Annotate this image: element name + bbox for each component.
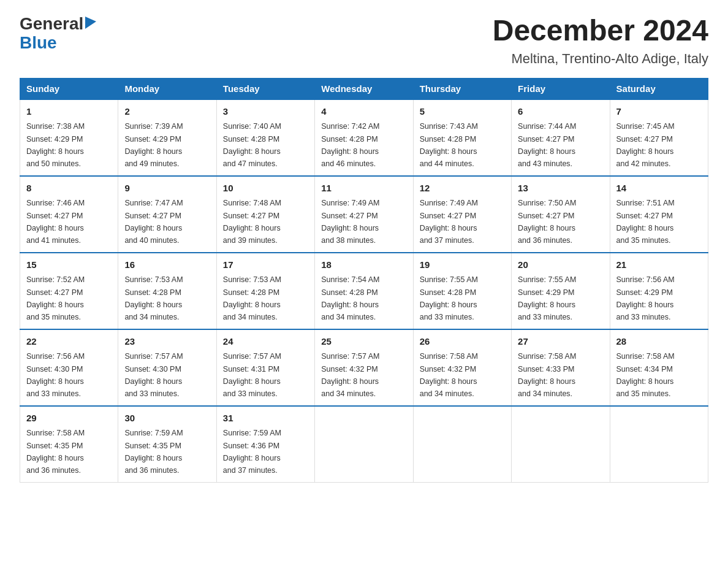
day-number: 9 [124,182,210,196]
calendar-cell: 1 Sunrise: 7:38 AMSunset: 4:29 PMDayligh… [20,99,118,176]
day-number: 8 [26,182,112,196]
day-info: Sunrise: 7:45 AMSunset: 4:27 PMDaylight:… [616,122,675,168]
day-info: Sunrise: 7:54 AMSunset: 4:28 PMDaylight:… [321,275,379,321]
header: General Blue December 2024 Meltina, Tren… [20,15,708,67]
calendar-cell: 11 Sunrise: 7:49 AMSunset: 4:27 PMDaylig… [315,176,413,253]
calendar-subtitle: Meltina, Trentino-Alto Adige, Italy [493,51,708,67]
weekday-header-sunday: Sunday [20,78,118,99]
weekday-header-row: SundayMondayTuesdayWednesdayThursdayFrid… [20,78,708,99]
svg-marker-0 [85,17,96,29]
day-number: 7 [616,105,702,119]
day-info: Sunrise: 7:50 AMSunset: 4:27 PMDaylight:… [518,199,576,245]
calendar-cell: 22 Sunrise: 7:56 AMSunset: 4:30 PMDaylig… [20,329,118,406]
calendar-cell: 24 Sunrise: 7:57 AMSunset: 4:31 PMDaylig… [216,329,314,406]
calendar-week-row: 8 Sunrise: 7:46 AMSunset: 4:27 PMDayligh… [20,176,708,253]
logo: General Blue [20,15,96,53]
day-info: Sunrise: 7:47 AMSunset: 4:27 PMDaylight:… [124,199,183,245]
calendar-week-row: 15 Sunrise: 7:52 AMSunset: 4:27 PMDaylig… [20,253,708,329]
day-number: 21 [616,258,702,272]
day-info: Sunrise: 7:58 AMSunset: 4:32 PMDaylight:… [420,352,478,398]
calendar-cell: 23 Sunrise: 7:57 AMSunset: 4:30 PMDaylig… [118,329,216,406]
day-info: Sunrise: 7:58 AMSunset: 4:35 PMDaylight:… [26,429,85,475]
calendar-cell: 5 Sunrise: 7:43 AMSunset: 4:28 PMDayligh… [413,99,511,176]
weekday-header-monday: Monday [118,78,216,99]
day-info: Sunrise: 7:56 AMSunset: 4:30 PMDaylight:… [26,352,85,398]
day-number: 28 [616,335,702,349]
calendar-cell: 3 Sunrise: 7:40 AMSunset: 4:28 PMDayligh… [216,99,314,176]
day-info: Sunrise: 7:55 AMSunset: 4:28 PMDaylight:… [420,275,478,321]
day-number: 4 [321,105,406,119]
day-number: 26 [420,335,505,349]
day-number: 13 [518,182,603,196]
calendar-cell [413,406,511,483]
day-info: Sunrise: 7:49 AMSunset: 4:27 PMDaylight:… [420,199,478,245]
calendar-cell: 21 Sunrise: 7:56 AMSunset: 4:29 PMDaylig… [610,253,708,329]
day-info: Sunrise: 7:58 AMSunset: 4:33 PMDaylight:… [518,352,576,398]
day-info: Sunrise: 7:46 AMSunset: 4:27 PMDaylight:… [26,199,85,245]
day-number: 14 [616,182,702,196]
day-info: Sunrise: 7:57 AMSunset: 4:32 PMDaylight:… [321,352,379,398]
day-info: Sunrise: 7:42 AMSunset: 4:28 PMDaylight:… [321,122,379,168]
calendar-cell: 14 Sunrise: 7:51 AMSunset: 4:27 PMDaylig… [610,176,708,253]
calendar-cell: 26 Sunrise: 7:58 AMSunset: 4:32 PMDaylig… [413,329,511,406]
day-info: Sunrise: 7:38 AMSunset: 4:29 PMDaylight:… [26,122,85,168]
calendar-cell: 18 Sunrise: 7:54 AMSunset: 4:28 PMDaylig… [315,253,413,329]
day-info: Sunrise: 7:58 AMSunset: 4:34 PMDaylight:… [616,352,675,398]
calendar-cell: 30 Sunrise: 7:59 AMSunset: 4:35 PMDaylig… [118,406,216,483]
day-info: Sunrise: 7:44 AMSunset: 4:27 PMDaylight:… [518,122,576,168]
day-number: 18 [321,258,406,272]
day-info: Sunrise: 7:49 AMSunset: 4:27 PMDaylight:… [321,199,379,245]
day-info: Sunrise: 7:55 AMSunset: 4:29 PMDaylight:… [518,275,576,321]
day-number: 19 [420,258,505,272]
day-number: 24 [223,335,308,349]
day-info: Sunrise: 7:53 AMSunset: 4:28 PMDaylight:… [124,275,183,321]
day-info: Sunrise: 7:57 AMSunset: 4:30 PMDaylight:… [124,352,183,398]
day-number: 25 [321,335,406,349]
day-info: Sunrise: 7:56 AMSunset: 4:29 PMDaylight:… [616,275,675,321]
day-number: 11 [321,182,406,196]
day-number: 6 [518,105,603,119]
weekday-header-tuesday: Tuesday [216,78,314,99]
day-number: 5 [420,105,505,119]
calendar-cell: 13 Sunrise: 7:50 AMSunset: 4:27 PMDaylig… [512,176,610,253]
day-number: 27 [518,335,603,349]
calendar-cell: 16 Sunrise: 7:53 AMSunset: 4:28 PMDaylig… [118,253,216,329]
calendar-cell: 4 Sunrise: 7:42 AMSunset: 4:28 PMDayligh… [315,99,413,176]
day-info: Sunrise: 7:53 AMSunset: 4:28 PMDaylight:… [223,275,281,321]
calendar-cell: 17 Sunrise: 7:53 AMSunset: 4:28 PMDaylig… [216,253,314,329]
calendar-cell: 20 Sunrise: 7:55 AMSunset: 4:29 PMDaylig… [512,253,610,329]
calendar-cell [315,406,413,483]
calendar-cell [512,406,610,483]
day-number: 3 [223,105,308,119]
day-number: 30 [124,412,210,426]
day-number: 23 [124,335,210,349]
day-info: Sunrise: 7:43 AMSunset: 4:28 PMDaylight:… [420,122,478,168]
day-number: 29 [26,412,112,426]
day-number: 20 [518,258,603,272]
title-area: December 2024 Meltina, Trentino-Alto Adi… [493,15,708,67]
day-info: Sunrise: 7:57 AMSunset: 4:31 PMDaylight:… [223,352,281,398]
logo-arrow-icon [85,17,96,29]
day-info: Sunrise: 7:51 AMSunset: 4:27 PMDaylight:… [616,199,675,245]
calendar-week-row: 29 Sunrise: 7:58 AMSunset: 4:35 PMDaylig… [20,406,708,483]
logo-blue-text: Blue [20,34,57,53]
day-number: 12 [420,182,505,196]
calendar-cell: 15 Sunrise: 7:52 AMSunset: 4:27 PMDaylig… [20,253,118,329]
calendar-cell: 8 Sunrise: 7:46 AMSunset: 4:27 PMDayligh… [20,176,118,253]
day-number: 16 [124,258,210,272]
day-number: 2 [124,105,210,119]
calendar-week-row: 1 Sunrise: 7:38 AMSunset: 4:29 PMDayligh… [20,99,708,176]
day-number: 10 [223,182,308,196]
weekday-header-saturday: Saturday [610,78,708,99]
weekday-header-wednesday: Wednesday [315,78,413,99]
day-number: 1 [26,105,112,119]
day-info: Sunrise: 7:52 AMSunset: 4:27 PMDaylight:… [26,275,85,321]
weekday-header-thursday: Thursday [413,78,511,99]
calendar-week-row: 22 Sunrise: 7:56 AMSunset: 4:30 PMDaylig… [20,329,708,406]
calendar-cell: 7 Sunrise: 7:45 AMSunset: 4:27 PMDayligh… [610,99,708,176]
calendar-cell: 6 Sunrise: 7:44 AMSunset: 4:27 PMDayligh… [512,99,610,176]
calendar-cell: 31 Sunrise: 7:59 AMSunset: 4:36 PMDaylig… [216,406,314,483]
day-info: Sunrise: 7:59 AMSunset: 4:36 PMDaylight:… [223,429,281,475]
calendar-cell: 2 Sunrise: 7:39 AMSunset: 4:29 PMDayligh… [118,99,216,176]
calendar-cell: 28 Sunrise: 7:58 AMSunset: 4:34 PMDaylig… [610,329,708,406]
